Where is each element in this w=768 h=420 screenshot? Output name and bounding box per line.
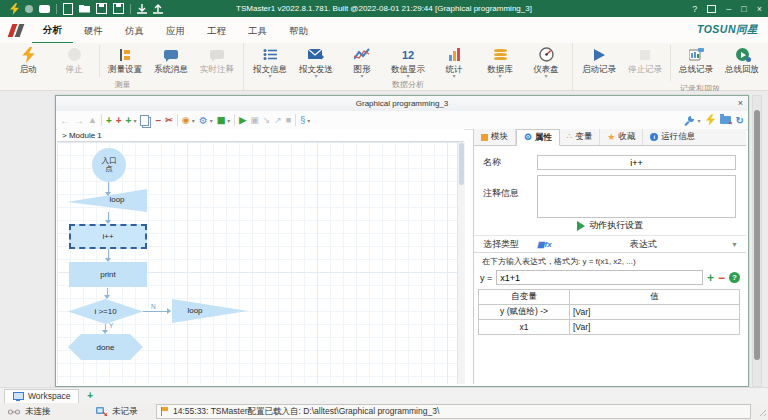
start-record-button[interactable]: 启动记录 <box>576 43 622 74</box>
fx-icon: ▦fx <box>537 240 552 249</box>
graphics-button[interactable]: 图形 ▾ <box>339 43 385 79</box>
connection-status[interactable]: 未连接 <box>0 403 88 420</box>
tab-simulation[interactable]: 仿真 <box>114 18 155 43</box>
comment-textarea[interactable] <box>537 175 736 218</box>
nav-up-icon[interactable]: ▲ <box>88 115 97 125</box>
measure-settings-button[interactable]: 测量设置 <box>102 43 148 74</box>
close-button[interactable]: × <box>757 4 762 14</box>
dashboard-button[interactable]: 仪表盘 ▾ <box>523 43 569 79</box>
message-quick-icon[interactable] <box>39 5 50 13</box>
step-out-icon[interactable]: ↗ <box>274 115 282 125</box>
record-status[interactable]: 未记录 <box>88 403 156 420</box>
child-close-icon[interactable]: × <box>738 96 743 111</box>
tab-hardware[interactable]: 硬件 <box>73 18 114 43</box>
workspace-tab[interactable]: Workspace <box>4 389 79 403</box>
copy-icon[interactable] <box>140 115 149 126</box>
expression-input[interactable] <box>496 270 703 285</box>
add-arg-button[interactable]: + <box>707 272 714 284</box>
statistics-button[interactable]: 统计 ▾ <box>431 43 477 79</box>
system-message-button[interactable]: 系统消息 <box>148 43 194 74</box>
new-file-icon[interactable] <box>63 3 73 15</box>
step-into-icon[interactable]: ↘ <box>263 115 271 125</box>
bus-record-button[interactable]: 总线记录 <box>673 43 719 74</box>
save-icon[interactable] <box>96 3 107 14</box>
import-icon[interactable] <box>137 4 147 14</box>
tab-properties[interactable]: ⚙属性 <box>516 129 560 146</box>
canvas-scrollbar[interactable] <box>457 142 465 384</box>
stop-button[interactable]: 停止 <box>51 43 97 74</box>
flow-node-increment[interactable]: i++ <box>69 224 147 249</box>
numeric-display-button[interactable]: 12 数值显示 ▾ <box>385 43 431 79</box>
close-folder-icon[interactable]: × <box>720 116 731 124</box>
ribbon-mode-icon[interactable] <box>707 5 716 13</box>
script-icon[interactable]: § <box>300 115 305 125</box>
save-as-icon[interactable] <box>113 3 124 14</box>
divider <box>670 45 671 81</box>
settings-gear-icon[interactable]: ⚙ <box>199 115 208 126</box>
tab-analysis[interactable]: 分析 <box>32 17 73 44</box>
add-workspace-button[interactable]: + <box>79 390 101 401</box>
help-button[interactable]: ? <box>692 4 697 14</box>
line-chart-icon <box>354 45 370 64</box>
add-branch-icon[interactable]: + <box>116 115 122 126</box>
bus-replay-button[interactable]: 总线回放 <box>719 43 765 74</box>
message-send-button[interactable]: 报文发送 ▾ <box>293 43 339 79</box>
cut-icon[interactable]: ✂ <box>165 115 173 125</box>
breakpoint-icon[interactable]: ◉ <box>182 115 190 125</box>
arrow-right-icon <box>167 308 171 314</box>
variables-icon: ∴ <box>567 133 572 141</box>
tab-favorites[interactable]: ★收藏 <box>600 129 643 145</box>
refresh-compile-icon[interactable]: ↻ <box>736 115 744 126</box>
table-row[interactable]: y (赋值给) -> [Var] <box>479 305 740 320</box>
graphical-programming-window: Graphical programming_3 × ← → ▲ + + +▾ −… <box>55 95 749 387</box>
tab-variables[interactable]: ∴变量 <box>560 129 600 145</box>
open-file-icon[interactable] <box>79 5 90 13</box>
menu-bar: 分析 硬件 仿真 应用 工程 工具 帮助 TOSUN同星 <box>0 17 768 44</box>
halt-icon[interactable]: ■ <box>286 115 291 125</box>
stop-quick-icon[interactable] <box>25 5 33 13</box>
tab-application[interactable]: 应用 <box>155 18 196 43</box>
mdi-vertical-scrollbar[interactable] <box>752 95 762 387</box>
number-12-icon: 12 <box>402 45 414 64</box>
bar-chart-icon <box>449 45 460 64</box>
module-header[interactable]: > Module 1 <box>57 129 464 142</box>
flow-node-print[interactable]: print <box>69 262 147 287</box>
tab-help[interactable]: 帮助 <box>278 18 319 43</box>
monitor-icon <box>13 392 24 400</box>
resize-grip[interactable] <box>757 407 766 416</box>
tab-project[interactable]: 工程 <box>196 18 237 43</box>
name-row: 名称 <box>474 155 746 170</box>
flow-node-entry[interactable]: 入口点 <box>92 148 126 182</box>
realtime-comment-button[interactable]: 实时注释 <box>194 43 240 74</box>
run-icon[interactable]: ▶ <box>239 115 246 125</box>
wrench-icon[interactable] <box>684 115 695 126</box>
type-select-row[interactable]: 选择类型 ▦fx 表达式 ▼ <box>474 235 746 253</box>
run-lightning-icon[interactable] <box>706 114 715 126</box>
help-badge[interactable]: ? <box>729 272 740 283</box>
database-button[interactable]: 数据库 ▾ <box>477 43 523 79</box>
export-icon[interactable] <box>153 4 163 14</box>
stop-record-button[interactable]: 停止记录 <box>622 43 668 74</box>
delete-icon[interactable]: − <box>155 115 161 126</box>
add-more-icon[interactable]: + <box>126 115 132 126</box>
add-node-icon[interactable]: + <box>106 115 112 126</box>
tab-run-info[interactable]: i运行信息 <box>643 129 702 145</box>
tab-module[interactable]: 模块 <box>474 129 516 145</box>
start-button[interactable]: 启动 <box>5 43 51 74</box>
start-quick-icon[interactable] <box>10 3 19 15</box>
action-exec-settings[interactable]: 动作执行设置 <box>474 219 746 232</box>
build-icon[interactable]: ▦ <box>217 115 226 125</box>
panel-tabs: 模块 ⚙属性 ∴变量 ★收藏 i运行信息 <box>474 129 746 146</box>
pause-icon[interactable]: ▣ <box>250 115 259 125</box>
table-row[interactable]: x1 [Var] <box>479 320 740 335</box>
tab-tools[interactable]: 工具 <box>237 18 278 43</box>
flow-canvas[interactable]: 入口点 loop i++ print i >=10 loop done N <box>57 142 457 384</box>
divider <box>130 4 131 14</box>
nav-forward-icon[interactable]: → <box>74 115 84 126</box>
message-info-button[interactable]: 报文信息 ▾ <box>247 43 293 79</box>
name-input[interactable] <box>537 155 736 170</box>
minimize-button[interactable]: – <box>726 4 731 14</box>
maximize-button[interactable]: □ <box>741 4 746 14</box>
nav-back-icon[interactable]: ← <box>60 115 70 126</box>
remove-arg-button[interactable]: − <box>718 272 725 284</box>
